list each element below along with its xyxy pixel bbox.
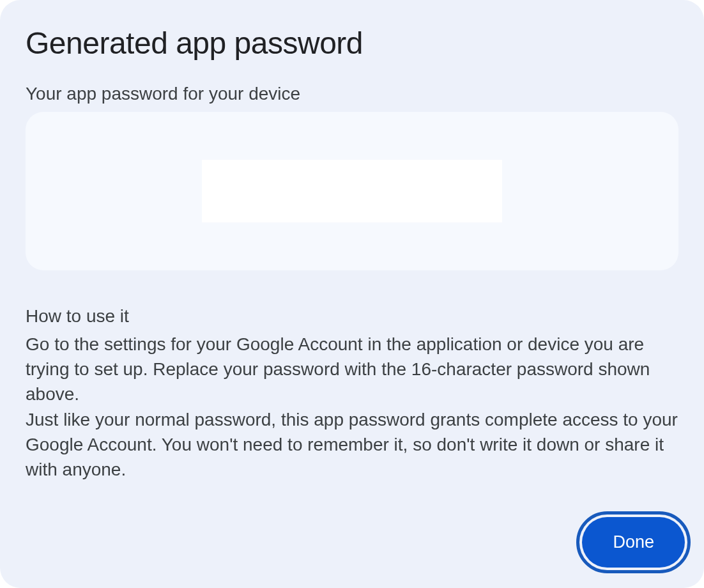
dialog-title: Generated app password (26, 26, 678, 61)
description-paragraph-1: Go to the settings for your Google Accou… (26, 332, 678, 407)
done-button[interactable]: Done (582, 517, 685, 568)
description-section: Go to the settings for your Google Accou… (26, 332, 678, 482)
how-to-title: How to use it (26, 306, 678, 327)
password-display[interactable] (202, 160, 502, 222)
description-paragraph-2: Just like your normal password, this app… (26, 407, 678, 483)
password-subtitle: Your app password for your device (26, 84, 678, 104)
password-container (26, 112, 678, 270)
app-password-dialog: Generated app password Your app password… (0, 0, 704, 588)
